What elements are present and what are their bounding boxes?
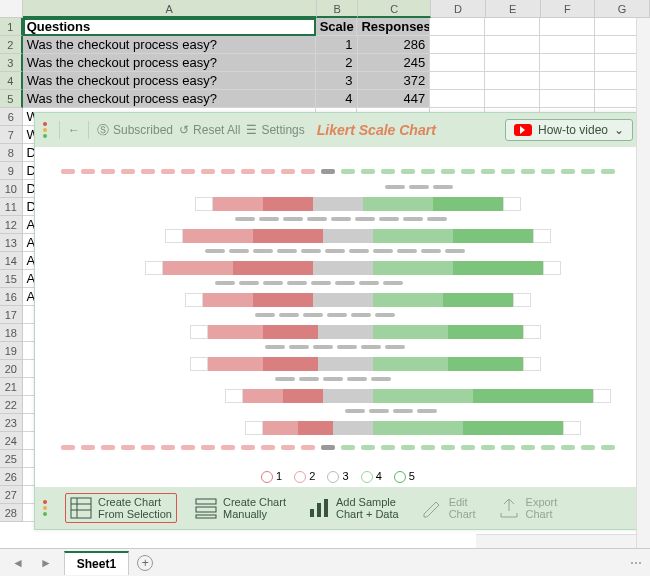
svg-rect-6 bbox=[196, 515, 216, 518]
cell-B1[interactable]: Scale bbox=[316, 18, 358, 36]
settings-button[interactable]: ☰Settings bbox=[246, 123, 304, 137]
cell[interactable]: Was the checkout process easy? bbox=[23, 90, 316, 108]
youtube-icon bbox=[514, 124, 532, 136]
dollar-icon: Ⓢ bbox=[97, 122, 109, 139]
panel-toolbar: ← ⓈSubscribed ↺Reset All ☰Settings Liker… bbox=[35, 113, 641, 147]
row-header[interactable]: 5 bbox=[0, 90, 23, 108]
vertical-scrollbar[interactable] bbox=[636, 18, 650, 548]
refresh-icon: ↺ bbox=[179, 123, 189, 137]
face-sad-icon bbox=[261, 471, 273, 483]
create-chart-from-selection-button[interactable]: Create ChartFrom Selection bbox=[65, 493, 177, 523]
add-sheet-button[interactable]: + bbox=[137, 555, 153, 571]
cell[interactable]: 372 bbox=[358, 72, 431, 90]
cell-C1[interactable]: Responses bbox=[357, 18, 430, 36]
tab-nav-next[interactable]: ► bbox=[36, 556, 56, 570]
cell[interactable]: Was the checkout process easy? bbox=[23, 36, 316, 54]
chevron-down-icon: ⌄ bbox=[614, 123, 624, 137]
pencil-icon bbox=[421, 497, 443, 519]
horizontal-scrollbar[interactable] bbox=[476, 534, 636, 548]
legend: 1 2 3 4 5 bbox=[35, 470, 641, 483]
svg-rect-4 bbox=[196, 499, 216, 504]
cell[interactable]: 2 bbox=[316, 54, 358, 72]
column-headers: A B C D E F G bbox=[0, 0, 650, 18]
col-header-G[interactable]: G bbox=[595, 0, 650, 18]
cell[interactable]: 4 bbox=[316, 90, 358, 108]
cell-A1[interactable]: Questions bbox=[23, 18, 316, 36]
chart-preview: 1 2 3 4 5 bbox=[35, 147, 641, 487]
subscribed-button[interactable]: ⓈSubscribed bbox=[97, 122, 173, 139]
svg-rect-9 bbox=[324, 499, 328, 517]
sliders-icon: ☰ bbox=[246, 123, 257, 137]
col-header-B[interactable]: B bbox=[317, 0, 359, 18]
svg-rect-5 bbox=[196, 507, 216, 512]
cell[interactable]: Was the checkout process easy? bbox=[23, 54, 316, 72]
face-frown-icon bbox=[294, 471, 306, 483]
create-chart-manually-button[interactable]: Create ChartManually bbox=[191, 494, 290, 522]
face-neutral-icon bbox=[327, 471, 339, 483]
panel-footer: Create ChartFrom Selection Create ChartM… bbox=[35, 487, 641, 529]
cell[interactable]: 286 bbox=[358, 36, 431, 54]
export-icon bbox=[498, 497, 520, 519]
col-header-C[interactable]: C bbox=[358, 0, 431, 18]
row-header[interactable]: 2 bbox=[0, 36, 23, 54]
traffic-dots-icon bbox=[43, 500, 51, 516]
tab-options[interactable]: ⋯ bbox=[630, 556, 642, 570]
tab-nav-prev[interactable]: ◄ bbox=[8, 556, 28, 570]
col-header-A[interactable]: A bbox=[23, 0, 317, 18]
face-happy-icon bbox=[394, 471, 406, 483]
cell[interactable]: 3 bbox=[316, 72, 358, 90]
svg-rect-7 bbox=[310, 509, 314, 517]
row-header[interactable]: 4 bbox=[0, 72, 23, 90]
traffic-dots-icon bbox=[43, 122, 51, 138]
cell[interactable]: 1 bbox=[316, 36, 358, 54]
bar-chart-icon bbox=[308, 497, 330, 519]
edit-chart-button[interactable]: EditChart bbox=[417, 494, 480, 522]
table-icon bbox=[70, 497, 92, 519]
row-header[interactable]: 1 bbox=[0, 18, 23, 36]
cell[interactable]: 447 bbox=[358, 90, 431, 108]
reset-all-button[interactable]: ↺Reset All bbox=[179, 123, 240, 137]
col-header-F[interactable]: F bbox=[541, 0, 596, 18]
svg-rect-0 bbox=[71, 498, 91, 518]
col-header-D[interactable]: D bbox=[431, 0, 486, 18]
face-smile-icon bbox=[361, 471, 373, 483]
likert-chart-panel: ← ⓈSubscribed ↺Reset All ☰Settings Liker… bbox=[34, 112, 642, 530]
how-to-video-button[interactable]: How-to video ⌄ bbox=[505, 119, 633, 141]
cell[interactable]: Was the checkout process easy? bbox=[23, 72, 316, 90]
form-icon bbox=[195, 497, 217, 519]
sheet-tabs: ◄ ► Sheet1 + ⋯ bbox=[0, 548, 650, 576]
svg-rect-8 bbox=[317, 503, 321, 517]
add-sample-chart-button[interactable]: Add SampleChart + Data bbox=[304, 494, 403, 522]
panel-title: Likert Scale Chart bbox=[317, 122, 436, 138]
sheet-tab[interactable]: Sheet1 bbox=[64, 551, 129, 575]
back-button[interactable]: ← bbox=[68, 123, 80, 137]
cell[interactable]: 245 bbox=[358, 54, 431, 72]
export-chart-button[interactable]: ExportChart bbox=[494, 494, 562, 522]
select-all-corner[interactable] bbox=[0, 0, 23, 18]
col-header-E[interactable]: E bbox=[486, 0, 541, 18]
row-header[interactable]: 3 bbox=[0, 54, 23, 72]
